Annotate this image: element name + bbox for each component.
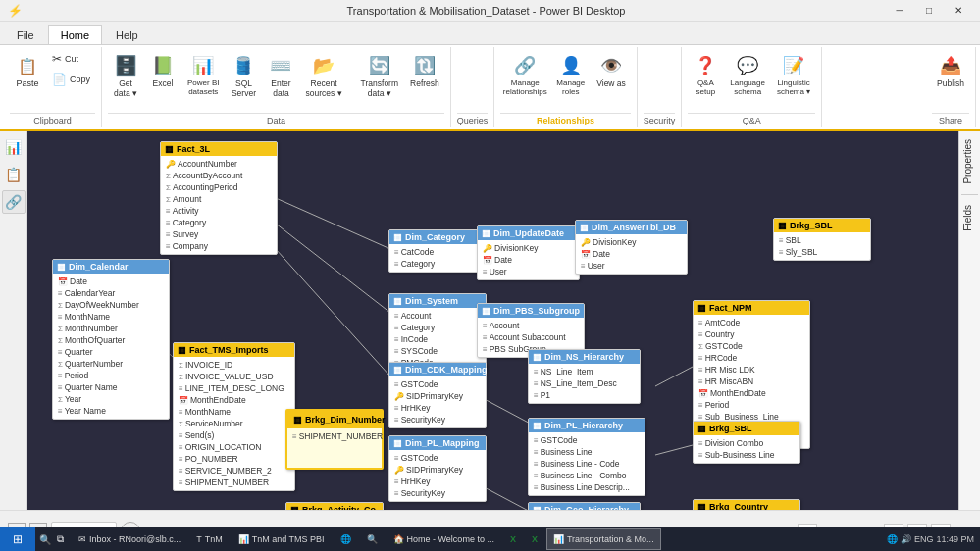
tab-home[interactable]: Home xyxy=(48,25,102,44)
left-sidebar: 📊 📋 🔗 xyxy=(0,131,27,527)
view-as-icon: 👁️ xyxy=(598,53,624,78)
view-as-button[interactable]: 👁️ View as xyxy=(592,49,631,92)
close-button[interactable]: ✕ xyxy=(945,2,972,20)
taskbar-powerbi[interactable]: 📊Transportation & Mo... xyxy=(546,528,661,550)
taskbar-home[interactable]: 🏠Home - Welcome to ... xyxy=(387,528,501,550)
sql-icon: 🛢️ xyxy=(231,53,256,78)
properties-panel: Properties Fields xyxy=(958,131,980,510)
tray-network-icon: 🌐 xyxy=(887,534,898,544)
ribbon-tab-bar: File Home Help xyxy=(0,22,980,45)
table-fact-3l[interactable]: ▦Fact_3L 🔑AccountNumber ΣAccountByAccoun… xyxy=(160,141,278,255)
table-dim-updatedate[interactable]: ▦Dim_UpdateDate 🔑DivisionKey 📅Date ≡User xyxy=(477,225,580,280)
taskbar-tnm-pbi[interactable]: 📊TnM and TMS PBI xyxy=(232,528,332,550)
queries-group: Queries xyxy=(451,47,495,127)
table-header-fact3l: ▦Fact_3L xyxy=(161,142,277,156)
taskbar-quick-access: 🔍 ⧉ xyxy=(35,533,68,545)
get-data-button[interactable]: 🗄️ Getdata ▾ xyxy=(108,49,143,102)
taskbar-browser2[interactable]: 🔍 xyxy=(360,528,385,550)
table-dim-answertbl[interactable]: ▦Dim_AnswerTbl_DB 🔑DivisionKey 📅Date ≡Us… xyxy=(575,220,688,275)
schema-diagram[interactable]: ▦Fact_3L 🔑AccountNumber ΣAccountByAccoun… xyxy=(27,131,958,510)
publish-button[interactable]: 📤 Publish xyxy=(932,49,969,92)
table-header-brkg-activity: ▦Brkg_Activity_Co... xyxy=(286,503,383,510)
linguistic-schema-button[interactable]: 📝 Linguisticschema ▾ xyxy=(772,49,815,100)
tab-file[interactable]: File xyxy=(4,25,47,44)
system-tray: 🌐 🔊 ENG 11:49 PM xyxy=(887,534,974,544)
table-header-dim-category: ▦Dim_Category xyxy=(389,230,486,244)
maximize-button[interactable]: □ xyxy=(915,2,943,20)
cut-icon: ✂ xyxy=(52,52,62,66)
taskbar-inbox[interactable]: ✉Inbox - RNoori@slb.c... xyxy=(72,528,187,550)
table-header-dim-calendar: ▦Dim_Calendar xyxy=(53,260,169,274)
model-view-icon[interactable]: 🔗 xyxy=(2,190,26,214)
fields-tab[interactable]: Fields xyxy=(959,197,980,239)
table-brkg-activity[interactable]: ▦Brkg_Activity_Co... ≡Activity xyxy=(285,502,384,510)
share-label: Share xyxy=(932,113,969,125)
excel-button[interactable]: 📗 Excel xyxy=(145,49,181,92)
task-view-icon[interactable]: ⧉ xyxy=(57,533,64,545)
power-bi-datasets-button[interactable]: 📊 Power BIdatasets xyxy=(182,49,224,100)
svg-line-9 xyxy=(655,445,693,455)
clock[interactable]: 11:49 PM xyxy=(936,534,974,544)
table-header-dim-updatedate: ▦Dim_UpdateDate xyxy=(478,226,579,240)
taskbar: ⊞ 🔍 ⧉ ✉Inbox - RNoori@slb.c... TTnM 📊TnM… xyxy=(0,527,980,551)
publish-icon: 📤 xyxy=(938,53,963,78)
tab-help[interactable]: Help xyxy=(103,25,151,44)
relationships-label: Relationships xyxy=(500,113,631,125)
powerbi-icon: 📊 xyxy=(190,53,216,78)
sql-server-button[interactable]: 🛢️ SQLServer xyxy=(226,49,261,102)
table-dim-pl-hier[interactable]: ▦Dim_PL_Hierarchy ≡GSTCode ≡Business Lin… xyxy=(528,418,645,496)
copy-icon: 📄 xyxy=(52,73,67,86)
table-brkg-sbl2[interactable]: ▦Brkg_SBL ≡SBL ≡Sly_SBL xyxy=(773,218,871,261)
qa-label: Q&A xyxy=(688,113,815,125)
table-header-brkg-dim-number: ▦Brkg_Dim_Number xyxy=(287,411,382,428)
table-dim-cdk[interactable]: ▦Dim_CDK_Mapping ≡GSTCode 🔑SIDPrimaryKey… xyxy=(388,362,487,428)
taskbar-excel2[interactable]: X xyxy=(525,528,544,550)
table-header-dim-pl-hier: ▦Dim_PL_Hierarchy xyxy=(529,419,645,432)
table-dim-calendar[interactable]: ▦Dim_Calendar 📅Date ≡CalendarYear ΣDayOf… xyxy=(52,259,170,420)
cut-button[interactable]: ✂ Cut xyxy=(47,49,95,69)
taskbar-excel1[interactable]: X xyxy=(503,528,523,550)
title-bar: ⚡ Transportation & Mobilisation_Dataset … xyxy=(0,0,980,22)
transform-data-button[interactable]: 🔄 Transformdata ▾ xyxy=(356,49,403,102)
table-header-dim-system: ▦Dim_System xyxy=(389,294,486,308)
report-view-icon[interactable]: 📊 xyxy=(2,135,26,159)
copy-button[interactable]: 📄 Copy xyxy=(47,70,95,89)
manage-relationships-button[interactable]: 🔗 Managerelationships xyxy=(500,49,549,100)
qa-icon: ❓ xyxy=(693,53,718,78)
paste-button[interactable]: 📋 Paste xyxy=(10,49,45,92)
table-header-dim-answertbl: ▦Dim_AnswerTbl_DB xyxy=(576,221,687,234)
qa-group: ❓ Q&Asetup 💬 Languageschema 📝 Linguistic… xyxy=(682,47,822,127)
table-dim-system[interactable]: ▦Dim_System ≡Account ≡Category ≡InCode ≡… xyxy=(388,293,487,372)
search-taskbar-icon[interactable]: 🔍 xyxy=(39,534,51,545)
table-brkg-country[interactable]: ▦Brkg_Country ≡Country ≡Geo Unit xyxy=(693,499,800,510)
minimize-button[interactable]: ─ xyxy=(886,2,913,20)
language-indicator[interactable]: ENG xyxy=(914,534,934,544)
enter-data-icon: ⌨️ xyxy=(268,53,293,78)
taskbar-browser1[interactable]: 🌐 xyxy=(334,528,358,550)
table-header-dim-pbs: ▦Dim_PBS_Subgroup xyxy=(478,304,584,318)
table-dim-pl-mapping[interactable]: ▦Dim_PL_Mapping ≡GSTCode 🔑SIDPrimaryKey … xyxy=(388,435,487,502)
table-dim-geo[interactable]: ▦Dim_Geo_Hierarchy ≡Send ≡Send - Code ≡S… xyxy=(528,502,641,510)
table-fact-tms[interactable]: ▦Fact_TMS_Imports ΣINVOICE_ID ΣINVOICE_V… xyxy=(173,342,295,491)
manage-roles-button[interactable]: 👤 Manageroles xyxy=(551,49,590,100)
start-button[interactable]: ⊞ xyxy=(0,527,35,551)
properties-tab[interactable]: Properties xyxy=(959,131,980,192)
taskbar-tnm[interactable]: TTnM xyxy=(189,528,230,550)
refresh-icon: 🔃 xyxy=(412,53,438,78)
table-brkg-sbl[interactable]: ▦Brkg_SBL ≡Division Combo ≡Sub-Business … xyxy=(693,421,800,464)
security-label: Security xyxy=(644,113,676,125)
paste-icon: 📋 xyxy=(15,53,40,78)
table-brkg-dim-number[interactable]: ▦Brkg_Dim_Number ≡SHIPMENT_NUMBER xyxy=(285,409,384,470)
qa-setup-button[interactable]: ❓ Q&Asetup xyxy=(688,49,723,100)
table-dim-category[interactable]: ▦Dim_Category ≡CatCode ≡Category xyxy=(388,229,487,273)
table-header-fact-tms: ▦Fact_TMS_Imports xyxy=(174,343,294,357)
taskbar-items: ✉Inbox - RNoori@slb.c... TTnM 📊TnM and T… xyxy=(68,528,881,550)
refresh-button[interactable]: 🔃 Refresh xyxy=(405,49,444,92)
table-dim-ns[interactable]: ▦Dim_NS_Hierarchy ≡NS_Line_Item ≡NS_Line… xyxy=(528,349,641,404)
language-schema-button[interactable]: 💬 Languageschema xyxy=(725,49,770,100)
roles-icon: 👤 xyxy=(558,53,584,78)
data-view-icon[interactable]: 📋 xyxy=(2,163,26,186)
enter-data-button[interactable]: ⌨️ Enterdata xyxy=(263,49,298,102)
recent-sources-button[interactable]: 📂 Recentsources ▾ xyxy=(300,49,346,102)
security-group: Security xyxy=(638,47,683,127)
